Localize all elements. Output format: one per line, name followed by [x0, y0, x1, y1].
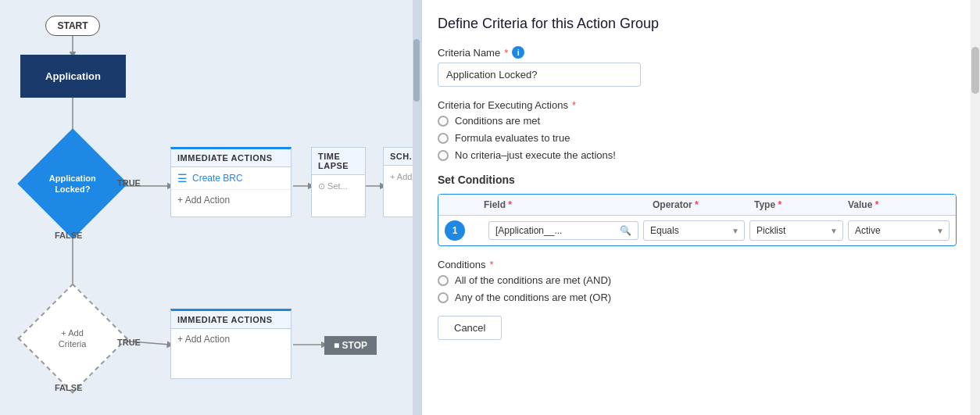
add-action-button-1[interactable]: + Add Action: [171, 190, 291, 210]
add-action-label-1: + Add Action: [177, 195, 230, 206]
immediate-actions-header-2: IMMEDIATE ACTIONS: [171, 311, 291, 329]
radio-label-3: No criteria–just execute the actions!: [455, 149, 616, 161]
time-lapse-header: TIMELAPSE: [312, 148, 365, 175]
criteria-execute-group: Criteria for Executing Actions * Conditi…: [438, 99, 957, 161]
start-label: START: [57, 20, 88, 31]
operator-select-wrapper: Equals Not Equal Contains ▼: [643, 220, 745, 241]
immediate-actions-box-2[interactable]: IMMEDIATE ACTIONS + Add Action: [170, 309, 291, 379]
immediate-actions-box-1[interactable]: IMMEDIATE ACTIONS ☰ Create BRC + Add Act…: [170, 147, 291, 217]
criteria-name-label: Criteria Name * i: [438, 46, 957, 59]
radio-formula[interactable]: Formula evaluates to true: [438, 132, 957, 144]
time-lapse-box[interactable]: TIMELAPSE ⊙ Set...: [311, 147, 366, 217]
criteria-name-required: *: [504, 47, 508, 59]
col-field: Field *: [484, 199, 653, 210]
field-input[interactable]: [Application__... 🔍: [488, 221, 638, 240]
stop-label: ■ STOP: [334, 340, 367, 351]
set-conditions-title: Set Conditions: [438, 174, 957, 186]
col-value: Value *: [848, 199, 950, 210]
radio-and-circle: [438, 275, 449, 286]
criteria-name-label-text: Criteria Name: [438, 47, 500, 59]
stop-box[interactable]: ■ STOP: [324, 336, 377, 355]
value-select[interactable]: Active Inactive: [848, 220, 950, 241]
conditions-required: *: [489, 259, 493, 270]
conditions-group: Conditions * All of the conditions are m…: [438, 259, 957, 303]
radio-circle-3: [438, 150, 449, 161]
false-label-1: FALSE: [55, 231, 82, 240]
right-content: Define Criteria for this Action Group Cr…: [422, 0, 980, 415]
type-select[interactable]: Picklist Text Number: [749, 220, 843, 241]
criteria-execute-label: Criteria for Executing Actions *: [438, 99, 957, 111]
radio-and[interactable]: All of the conditions are met (AND): [438, 274, 957, 286]
conditions-table-header: Field * Operator * Type * Value *: [438, 195, 956, 216]
criteria-name-group: Criteria Name * i: [438, 46, 957, 87]
flow-diagram-panel: START Application ApplicationLocked? TRU…: [0, 0, 422, 415]
left-scrollbar-thumb[interactable]: [413, 39, 420, 102]
search-icon: 🔍: [620, 225, 631, 236]
immediate-actions-header-1: IMMEDIATE ACTIONS: [171, 149, 291, 167]
cancel-button[interactable]: Cancel: [438, 316, 502, 340]
add-action-button-2[interactable]: + Add Action: [171, 329, 291, 349]
true-label-1: TRUE: [117, 178, 141, 188]
radio-or-label: Any of the conditions are met (OR): [455, 292, 611, 303]
radio-no-criteria[interactable]: No criteria–just execute the actions!: [438, 149, 957, 161]
criteria-diamond[interactable]: ApplicationLocked?: [34, 145, 112, 223]
radio-circle-2: [438, 133, 449, 144]
criteria-diamond-label: ApplicationLocked?: [45, 169, 100, 199]
action-buttons: Cancel: [438, 316, 957, 348]
col-operator: Operator *: [653, 199, 754, 210]
add-action-label-2: + Add Action: [177, 334, 230, 345]
field-input-value: [Application__...: [495, 225, 616, 236]
create-brc-label: Create BRC: [192, 173, 243, 184]
criteria-radio-group: Conditions are met Formula evaluates to …: [438, 115, 957, 161]
operator-select[interactable]: Equals Not Equal Contains: [643, 220, 745, 241]
criteria-form-panel: Define Criteria for this Action Group Cr…: [422, 0, 980, 415]
panel-title: Define Criteria for this Action Group: [438, 16, 957, 32]
left-scrollbar[interactable]: [413, 0, 420, 415]
radio-or[interactable]: Any of the conditions are met (OR): [438, 292, 957, 303]
criteria-execute-required: *: [572, 99, 576, 111]
table-row: 1 [Application__... 🔍 Equals Not Equal C…: [438, 216, 956, 245]
type-select-wrapper: Picklist Text Number ▼: [749, 220, 843, 241]
true-label-2: TRUE: [117, 338, 141, 347]
create-brc-action[interactable]: ☰ Create BRC: [171, 167, 291, 190]
radio-circle-1: [438, 116, 449, 127]
start-node[interactable]: START: [45, 16, 100, 36]
conditions-radio-group: All of the conditions are met (AND) Any …: [438, 274, 957, 303]
app-node-label: Application: [45, 70, 101, 82]
radio-label-2: Formula evaluates to true: [455, 132, 570, 144]
col-type: Type *: [754, 199, 848, 210]
conditions-label-text: Conditions: [438, 259, 485, 270]
radio-or-circle: [438, 292, 449, 303]
info-icon[interactable]: i: [512, 46, 524, 59]
conditions-label: Conditions *: [438, 259, 957, 270]
set-conditions-group: Set Conditions Field * Operator * Type *…: [438, 174, 957, 246]
criteria-execute-label-text: Criteria for Executing Actions: [438, 99, 568, 111]
add-criteria-diamond[interactable]: + AddCriteria: [34, 299, 112, 377]
right-scrollbar-thumb[interactable]: [971, 47, 979, 94]
value-select-wrapper: Active Inactive ▼: [848, 220, 950, 241]
time-lapse-content: ⊙ Set...: [312, 175, 365, 198]
radio-conditions-met[interactable]: Conditions are met: [438, 115, 957, 127]
document-icon: ☰: [177, 172, 188, 184]
add-criteria-label: + AddCriteria: [55, 324, 90, 354]
right-scrollbar[interactable]: [971, 0, 980, 415]
radio-and-label: All of the conditions are met (AND): [455, 274, 611, 286]
row-number-1: 1: [445, 220, 465, 241]
application-node[interactable]: Application: [20, 55, 126, 98]
false-label-2: FALSE: [55, 383, 82, 392]
radio-label-1: Conditions are met: [455, 115, 540, 127]
conditions-table: Field * Operator * Type * Value * 1 [App…: [438, 194, 957, 246]
criteria-name-input[interactable]: [438, 63, 641, 87]
